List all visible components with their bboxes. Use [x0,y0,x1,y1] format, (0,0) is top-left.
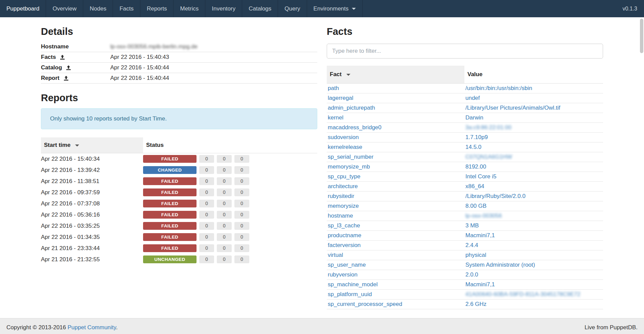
report-start-time: Apr 21 2016 - 21:32:55 [41,254,143,265]
report-status: FAILED000 [143,200,317,207]
fact-name-link[interactable]: architecture [328,183,358,190]
fact-value-link[interactable]: undef [465,95,480,101]
fact-name-link[interactable]: rubyversion [328,271,358,278]
fact-value-link[interactable]: /usr/bin:/bin:/usr/sbin:/sbin [465,85,532,91]
fact-value-link[interactable]: 3 MB [465,222,479,229]
fact-value-link[interactable]: 1.7.10p9 [465,134,488,140]
nav-item-metrics[interactable]: Metrics [173,0,205,17]
nav-item-query[interactable]: Query [278,0,306,17]
fact-name-link[interactable]: sp_serial_number [328,154,373,160]
fact-value-link[interactable]: /Library/Ruby/Site/2.0.0 [465,193,526,199]
fact-name-cell: path [327,84,464,93]
fact-name-cell: sp_l3_cache [327,221,464,231]
fact-value-link[interactable]: physical [465,252,486,258]
report-status: FAILED000 [143,177,317,185]
fact-value-link[interactable]: 14.5.0 [465,144,481,150]
fact-row: sp_machine_modelMacmini7,1 [327,280,603,290]
report-status: FAILED000 [143,244,317,252]
fact-value-link[interactable]: C07QN1A6G1HW [465,154,512,160]
fact-value-link[interactable]: Intel Core i5 [465,173,497,180]
upload-icon[interactable] [60,55,65,60]
fact-row: kernelrelease14.5.0 [327,142,603,152]
fact-name-link[interactable]: facterversion [328,242,361,248]
fact-name-link[interactable]: sp_cpu_type [328,173,360,180]
main-content: Details Hostnamelp-osx-003056.mpib-berli… [41,17,603,309]
fact-value-cell: Macmini7,1 [464,231,603,241]
fact-name-link[interactable]: kernel [328,114,343,121]
fact-value-link[interactable]: 8.00 GB [465,203,486,209]
fact-row: hostnamelp-osx-003056 [327,211,603,221]
fact-name-link[interactable]: lagerregal [328,95,353,101]
fact-value-link[interactable]: 2.4.4 [465,242,478,248]
fact-value-cell: 14.5.0 [464,142,603,152]
column-header-value[interactable]: Value [464,66,603,84]
copyright: Copyright © 2013-2016 Puppet Community. [6,324,118,331]
fact-value-link[interactable]: lp-osx-003056 [465,213,502,219]
fact-row: memorysize8.00 GB [327,201,603,211]
nav-item-inventory[interactable]: Inventory [205,0,242,17]
report-row: Apr 21 2016 - 23:33:44FAILED000 [41,243,317,254]
details-table: Hostnamelp-osx-003056.mpib-berlin.mpg.de… [41,42,317,84]
fact-value-cell: Intel Core i5 [464,172,603,182]
fact-name-link[interactable]: sp_l3_cache [328,222,360,229]
fact-value-link[interactable]: x86_64 [465,183,484,190]
detail-label-text: Catalog [41,64,62,71]
fact-value-cell: 2.6 GHz [464,299,603,309]
nav-item-nodes[interactable]: Nodes [83,0,113,17]
report-row: Apr 22 2016 - 05:36:16FAILED000 [41,209,317,220]
fact-value-link[interactable]: System Administrator (root) [465,262,535,268]
fact-value-link[interactable]: 2.0.0 [465,271,478,278]
report-status-cell: FAILED000 [143,153,317,165]
nav-item-environments[interactable]: Environments [307,0,363,17]
column-header-status[interactable]: Status [143,137,317,153]
report-start-time: Apr 22 2016 - 13:39:42 [41,164,143,176]
report-status: FAILED000 [143,188,317,196]
nav-item-overview[interactable]: Overview [46,0,83,17]
fact-row: sp_serial_numberC07QN1A6G1HW [327,152,603,162]
fact-value-link[interactable]: 8192.00 [465,163,486,170]
report-status: FAILED000 [143,233,317,241]
fact-value-link[interactable]: /Library/User Pictures/Animals/Owl.tif [465,105,560,111]
fact-name-link[interactable]: sp_current_processor_speed [328,301,402,307]
nav-item-label: Catalogs [249,5,271,12]
fact-value-link[interactable]: Darwin [465,114,483,121]
fact-name-link[interactable]: sp_user_name [328,262,366,268]
column-header-fact[interactable]: Fact [327,66,464,84]
fact-value-cell: undef [464,93,603,103]
fact-name-link[interactable]: rubysitedir [328,193,354,199]
fact-name-link[interactable]: macaddress_bridge0 [328,124,382,131]
fact-name-link[interactable]: sudoversion [328,134,359,140]
nav-item-catalogs[interactable]: Catalogs [242,0,278,17]
report-start-time: Apr 22 2016 - 15:40:34 [41,153,143,165]
brand-puppetboard[interactable]: Puppetboard [0,0,46,17]
fact-value-link[interactable]: Macmini7,1 [465,232,495,239]
upload-icon[interactable] [66,65,71,70]
scrollbar-thumb[interactable] [640,19,643,53]
fact-name-link[interactable]: admin_picturepath [328,105,375,111]
fact-name-link[interactable]: path [328,85,339,91]
column-header-start-time[interactable]: Start time [41,137,143,153]
fact-value-link[interactable]: 2.6 GHz [465,301,486,307]
nav-item-label: Reports [147,5,167,12]
fact-value-link[interactable]: Macmini7,1 [465,281,495,288]
facts-filter-input[interactable] [327,44,603,59]
fact-value-link[interactable]: 41A00640-60BA-59FD-811A-3045178C9E72 [465,291,580,297]
fact-name-link[interactable]: sp_platform_uuid [328,291,372,297]
report-status-cell: UNCHANGED000 [143,254,317,265]
copyright-text: Copyright © 2013-2016 [6,324,68,331]
fact-name-link[interactable]: sp_machine_model [328,281,377,288]
fact-name-link[interactable]: kernelrelease [328,144,362,150]
fact-name-link[interactable]: memorysize_mb [328,163,370,170]
report-status-cell: FAILED000 [143,209,317,220]
nav-item-facts[interactable]: Facts [113,0,140,17]
fact-name-link[interactable]: hostname [328,213,353,219]
metric-count: 0 [234,177,249,185]
puppet-community-link[interactable]: Puppet Community [68,324,116,331]
upload-icon[interactable] [64,76,69,81]
fact-value-link[interactable]: 3a:c9:86:22:01:00 [465,124,511,131]
nav-item-reports[interactable]: Reports [140,0,174,17]
fact-name-link[interactable]: virtual [328,252,343,258]
fact-name-link[interactable]: productname [328,232,361,239]
status-badge: FAILED [143,200,197,207]
fact-name-link[interactable]: memorysize [328,203,359,209]
